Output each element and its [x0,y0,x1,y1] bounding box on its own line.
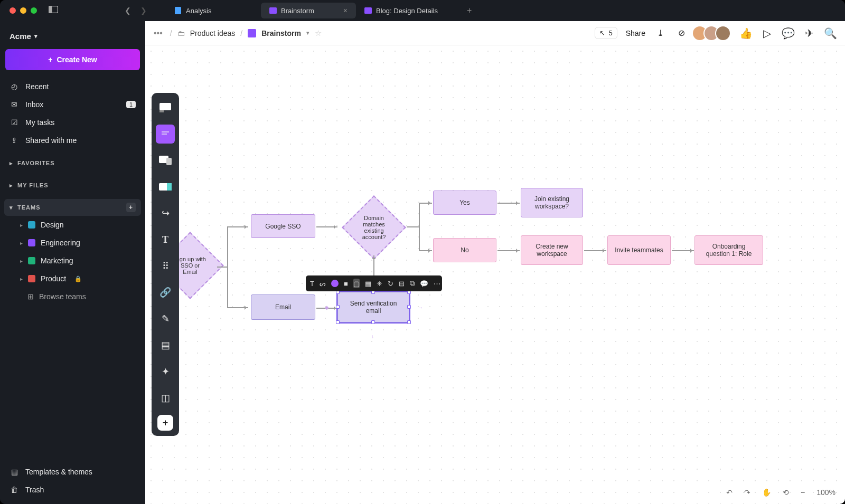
star-icon[interactable]: ☆ [315,28,322,38]
ctx-align-icon[interactable]: ⊟ [399,279,405,288]
connector[interactable] [419,203,432,204]
ctx-branch-icon[interactable]: ᔕ [320,279,326,288]
ctx-color-icon[interactable] [331,279,339,288]
team-marketing[interactable]: ▸ Marketing [4,252,141,270]
ctx-pattern-icon[interactable]: ▦ [365,279,371,288]
ctx-rotate-icon[interactable]: ↻ [388,279,393,288]
node-google-sso[interactable]: Google SSO [251,214,315,238]
redo-icon[interactable]: ↷ [744,488,750,497]
nav-trash[interactable]: 🗑 Trash [4,481,141,499]
tool-sticky[interactable] [156,125,175,144]
node-join-existing[interactable]: Join existing workspace? [521,188,583,217]
nav-inbox[interactable]: ✉ Inbox 1 [4,96,141,113]
connector[interactable] [407,226,419,227]
nav-templates[interactable]: ▦ Templates & themes [4,463,141,481]
tool-add[interactable]: + [157,415,173,431]
node-domain-match[interactable]: Domain matches existing account? [342,195,406,260]
connector[interactable] [227,307,248,308]
nav-back-button[interactable]: ❮ [125,6,131,15]
more-menu-icon[interactable]: ••• [154,28,163,38]
zoom-level[interactable]: 100% [816,488,835,497]
nav-shared-with-me[interactable]: ⇪ Shared with me [4,131,141,149]
tool-note[interactable] [156,98,175,117]
connector[interactable] [497,203,520,204]
drag-handle-icon[interactable]: ↓ [371,334,374,339]
node-onboarding[interactable]: Onboarding question 1: Role [694,235,763,265]
tool-link[interactable]: 🔗 [156,283,175,302]
connector[interactable] [217,267,228,268]
tool-arrow[interactable]: ↪ [156,204,175,223]
history-icon[interactable]: ⟲ [783,488,789,497]
add-tab-button[interactable]: + [467,6,472,15]
tool-layout[interactable]: ◫ [156,388,175,407]
node-no[interactable]: No [433,238,496,262]
connector[interactable] [419,203,420,251]
ctx-comment-icon[interactable]: 💬 [420,279,428,288]
breadcrumb-folder[interactable]: Product ideas [190,29,236,37]
drag-handle-icon[interactable]: ◆ [325,305,329,310]
tool-devices[interactable] [156,151,175,170]
chevron-down-icon[interactable]: ▾ [306,30,309,36]
search-icon[interactable]: 🔍 [824,27,837,40]
share-button[interactable]: Share [626,29,645,37]
hand-tool-icon[interactable]: ✋ [762,488,771,497]
globe-icon[interactable]: ⊘ [675,27,688,40]
section-favorites[interactable]: ▸ FAVORITES [4,155,141,172]
node-yes[interactable]: Yes [433,191,496,215]
comment-icon[interactable]: 💬 [782,27,794,40]
workspace-picker[interactable]: Acme ▾ [4,24,141,49]
node-invite[interactable]: Invite teammates [607,235,671,265]
send-icon[interactable]: ✈ [803,27,815,40]
close-window-button[interactable] [10,7,16,14]
section-my-files[interactable]: ▸ MY FILES [4,177,141,194]
breadcrumb-board[interactable]: Brainstorm [261,29,301,37]
tab-blog-design-details[interactable]: Blog: Design Details [356,3,451,18]
drag-handle-icon[interactable]: → [418,305,423,310]
node-email[interactable]: Email [251,294,315,320]
viewer-count[interactable]: ↖ 5 [595,27,617,39]
section-teams[interactable]: ▾ TEAMS + [4,199,141,216]
ctx-fill-icon[interactable]: ■ [344,279,348,288]
ctx-text-icon[interactable]: T [310,279,314,288]
zoom-out-icon[interactable]: − [801,488,805,497]
team-design[interactable]: ▸ Design [4,216,141,234]
team-product[interactable]: ▸ Product 🔒 [4,270,141,288]
ctx-effects-icon[interactable]: ✳ [377,279,382,288]
tab-brainstorm[interactable]: Brainstorm × [261,3,356,18]
add-team-button[interactable]: + [126,203,136,212]
tool-ai[interactable]: ✦ [156,362,175,381]
connector[interactable] [227,226,248,227]
team-engineering[interactable]: ▸ Engineering [4,234,141,252]
present-icon[interactable]: ▷ [760,27,773,40]
canvas[interactable]: ↪ T ⠿ 🔗 ✎ ▤ ✦ ◫ + Sign up with SSO or Em… [145,45,845,504]
close-tab-icon[interactable]: × [343,6,348,15]
create-new-button[interactable]: + Create New [5,49,140,70]
tool-shapes[interactable]: ⠿ [156,256,175,275]
ctx-border-icon[interactable]: ▢ [353,279,360,288]
minimize-window-button[interactable] [20,7,26,14]
ctx-copy-icon[interactable]: ⧉ [410,279,415,288]
connector[interactable] [316,226,337,227]
connector[interactable] [584,250,606,251]
ctx-more-icon[interactable]: ⋯ [434,279,440,288]
nav-recent[interactable]: ◴ Recent [4,78,141,96]
presence-avatars[interactable] [696,25,731,41]
nav-forward-button[interactable]: ❯ [140,6,147,15]
tab-analysis[interactable]: Analysis [166,3,261,18]
connector[interactable] [672,250,694,251]
connector[interactable] [497,250,520,251]
export-icon[interactable]: ⤓ [654,27,666,40]
tool-table[interactable]: ▤ [156,336,175,355]
nav-my-tasks[interactable]: ☑ My tasks [4,113,141,131]
tool-card[interactable] [156,177,175,196]
tool-text[interactable]: T [156,230,175,249]
browse-teams[interactable]: ⊞ Browse teams [4,288,141,306]
sidebar-toggle-icon[interactable] [49,6,58,15]
connector[interactable] [419,250,432,251]
avatar[interactable] [715,25,731,41]
undo-icon[interactable]: ↶ [726,488,733,497]
node-send-verification[interactable]: Send verification email [337,292,409,322]
maximize-window-button[interactable] [31,7,37,14]
node-create-new[interactable]: Create new workspace [521,235,583,265]
like-icon[interactable]: 👍 [739,27,752,40]
